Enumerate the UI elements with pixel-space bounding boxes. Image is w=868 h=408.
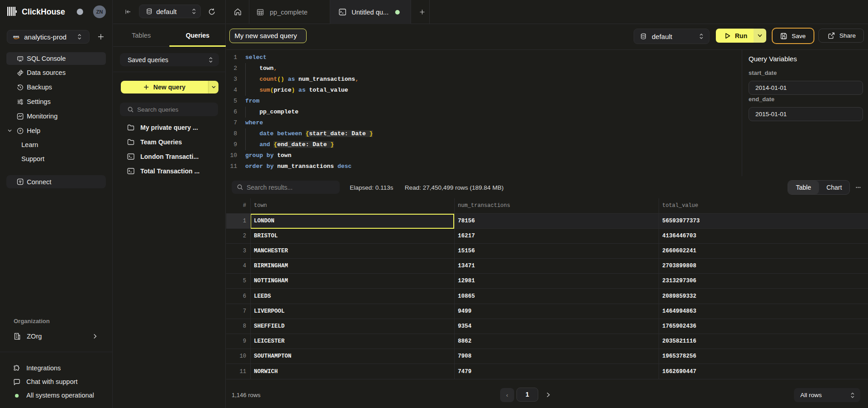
svg-text:?: ? bbox=[19, 129, 21, 133]
svg-text:aws: aws bbox=[13, 35, 19, 38]
